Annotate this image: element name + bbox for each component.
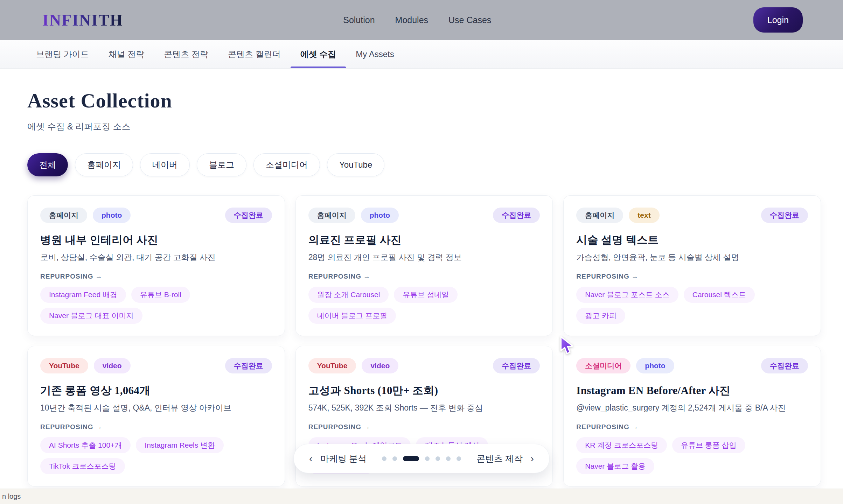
- carousel-dot[interactable]: [446, 456, 451, 461]
- repurposing-label: REPURPOSING→: [40, 273, 272, 280]
- card-description: 로비, 상담실, 수술실 외관, 대기 공간 고화질 사진: [40, 252, 272, 263]
- carousel-prev-button[interactable]: ‹ 마케팅 분석: [309, 453, 367, 464]
- tab-content-calendar[interactable]: 콘텐츠 캘린더: [218, 40, 291, 68]
- asset-card-procedure-text[interactable]: 홈페이지 text 수집완료 시술 설명 텍스트 가슴성형, 안면윤곽, 눈코 …: [563, 195, 821, 336]
- filter-all[interactable]: 전체: [27, 153, 68, 176]
- card-description: 가슴성형, 안면윤곽, 눈코 등 시술별 상세 설명: [576, 252, 808, 263]
- tab-branding-guide[interactable]: 브랜딩 가이드: [26, 40, 99, 68]
- section-tabs: 브랜딩 가이드 채널 전략 콘텐츠 전략 콘텐츠 캘린더 에셋 수집 My As…: [0, 40, 843, 69]
- arrow-right-icon: →: [363, 423, 370, 430]
- repurposing-label: REPURPOSING→: [576, 273, 808, 280]
- filter-naver[interactable]: 네이버: [140, 153, 190, 176]
- footer-bar: n logs: [0, 489, 843, 504]
- tag-row: 소셜미디어 photo 수집완료: [576, 358, 808, 373]
- status-badge: 수집완료: [225, 208, 272, 223]
- repurposing-tag: Carousel 텍스트: [684, 287, 755, 303]
- carousel-next-label: 콘텐츠 제작: [476, 453, 523, 464]
- carousel-dot[interactable]: [425, 456, 430, 461]
- carousel-dots: [382, 456, 461, 461]
- page-subtitle: 에셋 수집 & 리퍼포징 소스: [27, 121, 821, 132]
- card-title: 기존 롱폼 영상 1,064개: [40, 383, 272, 398]
- repurposing-tag: 광고 카피: [576, 308, 625, 324]
- carousel-dot[interactable]: [436, 456, 440, 461]
- tab-content-strategy[interactable]: 콘텐츠 전략: [154, 40, 218, 68]
- carousel-dot[interactable]: [457, 456, 461, 461]
- repurposing-tag: Naver 블로그 대표 이미지: [40, 308, 142, 324]
- status-badge: 수집완료: [493, 208, 540, 223]
- repurposing-tags: 원장 소개 Carousel 유튜브 섬네일 네이버 블로그 프로필: [308, 287, 540, 324]
- tag-row: 홈페이지 photo 수집완료: [308, 208, 540, 223]
- card-description: @view_plastic_surgery 계정의 2,524개 게시물 중 B…: [576, 402, 808, 413]
- type-tag: video: [94, 358, 131, 373]
- repurposing-tag: 유튜브 B-roll: [131, 287, 190, 303]
- type-tag: text: [629, 208, 659, 223]
- login-button[interactable]: Login: [753, 7, 803, 33]
- card-title: 의료진 프로필 사진: [308, 233, 540, 247]
- repurposing-tags: AI Shorts 추출 100+개 Instagram Reels 변환 Ti…: [40, 437, 226, 474]
- repurposing-tag: 네이버 블로그 프로필: [308, 308, 396, 324]
- card-title: 시술 설명 텍스트: [576, 233, 808, 247]
- repurposing-tag: TikTok 크로스포스팅: [40, 458, 125, 474]
- status-badge: 수집완료: [493, 358, 540, 373]
- repurposing-tags: Instagram Feed 배경 유튜브 B-roll Naver 블로그 대…: [40, 287, 272, 324]
- filter-bar: 전체 홈페이지 네이버 블로그 소셜미디어 YouTube: [27, 153, 821, 176]
- tag-row: YouTube video 수집완료: [40, 358, 272, 373]
- platform-tag: 홈페이지: [308, 208, 355, 223]
- card-description: 574K, 525K, 392K 조회 Shorts — 전후 변화 중심: [308, 402, 540, 413]
- carousel-dot[interactable]: [382, 456, 386, 461]
- repurposing-tag: 유튜브 섬네일: [394, 287, 458, 303]
- nav-item-use-cases[interactable]: Use Cases: [448, 15, 491, 25]
- asset-card-instagram-ba[interactable]: 소셜미디어 photo 수집완료 Instagram EN Before/Aft…: [563, 346, 821, 486]
- type-tag: photo: [636, 358, 674, 373]
- asset-card-staff-profile[interactable]: 홈페이지 photo 수집완료 의료진 프로필 사진 28명 의료진 개인 프로…: [295, 195, 553, 336]
- asset-card-longform-videos[interactable]: YouTube video 수집완료 기존 롱폼 영상 1,064개 10년간 …: [27, 346, 285, 486]
- repurposing-tag: 유튜브 롱폼 삽입: [672, 437, 745, 453]
- tab-channel-strategy[interactable]: 채널 전략: [99, 40, 154, 68]
- filter-blog[interactable]: 블로그: [197, 153, 246, 176]
- top-header: INFINITH Solution Modules Use Cases Logi…: [0, 0, 843, 40]
- asset-collection-page: INFINITH Solution Modules Use Cases Logi…: [0, 0, 843, 504]
- repurposing-label: REPURPOSING→: [308, 423, 540, 431]
- tag-row: 홈페이지 text 수집완료: [576, 208, 808, 223]
- carousel-dot[interactable]: [392, 456, 397, 461]
- asset-card-hospital-interior[interactable]: 홈페이지 photo 수집완료 병원 내부 인테리어 사진 로비, 상담실, 수…: [27, 195, 285, 336]
- platform-tag: 홈페이지: [40, 208, 87, 223]
- section-carousel-nav: ‹ 마케팅 분석 콘텐츠 제작 ›: [293, 444, 550, 473]
- platform-tag: 소셜미디어: [576, 358, 630, 373]
- main-content: Asset Collection 에셋 수집 & 리퍼포징 소스 전체 홈페이지…: [0, 89, 843, 486]
- repurposing-tag: AI Shorts 추출 100+개: [40, 437, 131, 453]
- platform-tag: YouTube: [308, 358, 356, 373]
- arrow-right-icon: →: [363, 273, 370, 280]
- repurposing-tag: Naver 블로그 포스트 소스: [576, 287, 678, 303]
- arrow-right-icon: →: [632, 423, 638, 430]
- nav-item-modules[interactable]: Modules: [395, 15, 429, 25]
- repurposing-tags: Naver 블로그 포스트 소스 Carousel 텍스트 광고 카피: [576, 287, 808, 324]
- platform-tag: 홈페이지: [576, 208, 623, 223]
- carousel-next-button[interactable]: 콘텐츠 제작 ›: [476, 453, 534, 464]
- card-description: 10년간 축적된 시술 설명, Q&A, 인터뷰 영상 아카이브: [40, 402, 272, 413]
- filter-social[interactable]: 소셜미디어: [253, 153, 320, 176]
- arrow-right-icon: →: [632, 273, 638, 280]
- repurposing-tags: KR 계정 크로스포스팅 유튜브 롱폼 삽입 Naver 블로그 활용: [576, 437, 808, 474]
- card-title: 고성과 Shorts (10만+ 조회): [308, 383, 540, 398]
- infinith-logo[interactable]: INFINITH: [42, 11, 123, 29]
- card-description: 28명 의료진 개인 프로필 사진 및 경력 정보: [308, 252, 540, 263]
- tag-row: YouTube video 수집완료: [308, 358, 540, 373]
- tab-asset-collection[interactable]: 에셋 수집: [291, 40, 346, 68]
- tab-my-assets[interactable]: My Assets: [346, 40, 404, 68]
- carousel-dot-active[interactable]: [403, 456, 419, 461]
- main-nav: Solution Modules Use Cases: [343, 15, 533, 25]
- filter-youtube[interactable]: YouTube: [327, 153, 384, 176]
- repurposing-tag: Instagram Feed 배경: [40, 287, 126, 303]
- filter-homepage[interactable]: 홈페이지: [75, 153, 133, 176]
- asset-card-grid: 홈페이지 photo 수집완료 병원 내부 인테리어 사진 로비, 상담실, 수…: [27, 195, 821, 486]
- nav-item-solution[interactable]: Solution: [343, 15, 375, 25]
- repurposing-tag: Instagram Reels 변환: [136, 437, 224, 453]
- carousel-prev-label: 마케팅 분석: [320, 453, 367, 464]
- repurposing-label: REPURPOSING→: [40, 423, 272, 431]
- arrow-right-icon: →: [95, 423, 102, 430]
- card-title: 병원 내부 인테리어 사진: [40, 233, 272, 247]
- repurposing-label: REPURPOSING→: [576, 423, 808, 431]
- card-title: Instagram EN Before/After 사진: [576, 383, 808, 398]
- repurposing-tag: 원장 소개 Carousel: [308, 287, 389, 303]
